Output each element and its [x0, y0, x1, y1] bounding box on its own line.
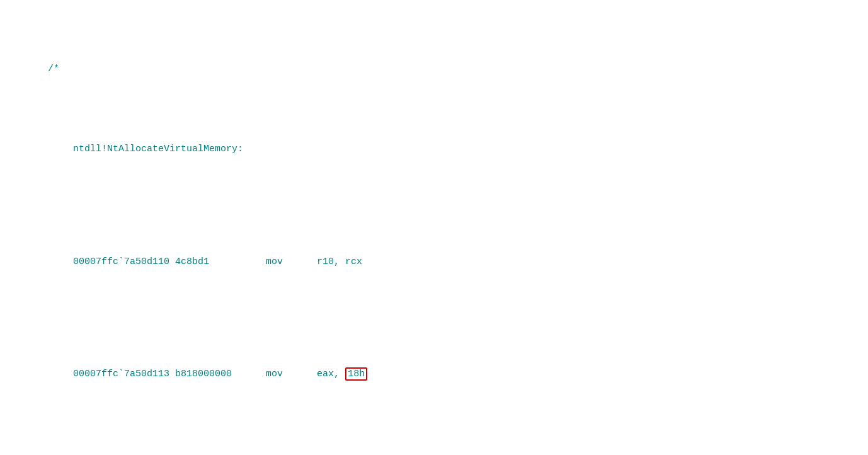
- code-block: /* ntdll!NtAllocateVirtualMemory: 00007f…: [25, 13, 843, 455]
- func-label: ntdll!NtAllocateVirtualMemory:: [73, 144, 243, 154]
- comment-open-line: /*: [25, 45, 843, 93]
- asm-mnem: mov: [266, 256, 283, 267]
- asm-ops: r10, rcx: [317, 256, 362, 267]
- asm-line-1: 00007ffc`7a50d110 4c8bd1 mov r10, rcx: [50, 238, 843, 286]
- asm-mnem: mov: [266, 369, 283, 379]
- asm-ops-before: eax,: [317, 369, 345, 379]
- comment-open: /*: [48, 64, 59, 74]
- asm-addr: 00007ffc`7a50d113 b818000000: [73, 369, 232, 379]
- asm-addr: 00007ffc`7a50d110 4c8bd1: [73, 256, 209, 267]
- asm-highlight-18h: 18h: [345, 367, 367, 381]
- asm-line-2: 00007ffc`7a50d113 b818000000 mov eax, 18…: [50, 350, 843, 399]
- func-label-line: ntdll!NtAllocateVirtualMemory:: [50, 125, 843, 174]
